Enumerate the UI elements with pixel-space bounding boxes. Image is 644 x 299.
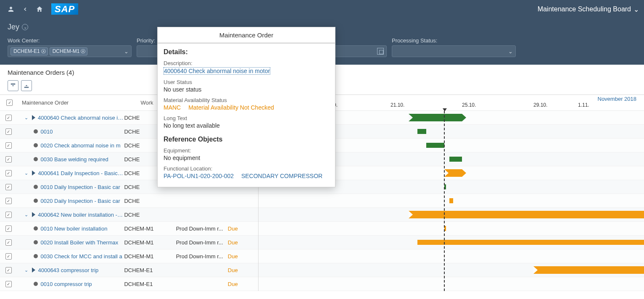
table-row[interactable]: ⌄4000642 New boiler installation - Re DC…	[0, 208, 258, 222]
operation-icon	[34, 185, 38, 189]
maintenance-order-popover: Maintenance Order Details: Description: …	[157, 27, 335, 187]
order-link[interactable]: 0020 Check abnormal noise in m	[40, 142, 120, 149]
close-icon[interactable]: ⓧ	[41, 48, 46, 55]
material-availability-label: Material Availability Status	[164, 97, 329, 103]
gantt-bar[interactable]	[444, 169, 462, 177]
row-checkbox[interactable]	[5, 281, 12, 287]
work-center-cell: DCHE	[124, 212, 176, 218]
gantt-bar[interactable]	[449, 198, 453, 203]
value-help-icon[interactable]	[377, 48, 384, 55]
token[interactable]: DCHEM-E1ⓧ	[11, 47, 48, 55]
expand-icon[interactable]: ⌄	[24, 170, 29, 176]
gantt-bar[interactable]	[449, 157, 462, 162]
order-link[interactable]: 0010	[40, 129, 53, 135]
row-checkbox[interactable]	[5, 129, 12, 135]
operation-icon	[34, 282, 38, 286]
operation-icon	[34, 254, 38, 258]
order-link[interactable]: 4000643 compressor trip	[38, 267, 98, 273]
order-link[interactable]: 4000642 New boiler installation - Re	[38, 212, 124, 218]
table-row[interactable]: ⌄4000643 compressor trip DCHEM-E1 Due	[0, 263, 258, 277]
select-all-checkbox[interactable]	[6, 100, 13, 106]
app-title-text: Maintenance Scheduling Board	[538, 5, 631, 13]
chevron-down-icon: ⌄	[633, 5, 639, 13]
collapse-all-button[interactable]	[21, 80, 32, 91]
row-checkbox[interactable]	[5, 226, 12, 232]
user-status-label: User Status	[164, 79, 329, 85]
order-link[interactable]: 0010 compressor trip	[40, 281, 92, 287]
order-link[interactable]: 0010 New boiler installation	[40, 226, 107, 232]
close-icon[interactable]: ⓧ	[81, 48, 85, 55]
work-center-input[interactable]: DCHEM-E1ⓧ DCHEM-M1ⓧ ⌄	[8, 45, 132, 57]
sap-logo: SAP	[51, 4, 78, 15]
work-center-cell: DCHEM-E1	[124, 267, 176, 273]
table-row[interactable]: 0030 Check for MCC and install a DCHEM-M…	[0, 249, 258, 263]
row-checkbox[interactable]	[5, 267, 12, 273]
material-availability-text: Material Availability Not Checked	[188, 104, 274, 111]
chevron-down-icon: ⌄	[508, 48, 513, 55]
popover-title: Maintenance Order	[158, 27, 335, 43]
token[interactable]: DCHEM-M1ⓧ	[50, 47, 88, 55]
order-link[interactable]: 0010 Daily Inspection - Basic car	[40, 184, 120, 190]
work-center-cell: DCHEM-M1	[124, 253, 176, 260]
row-checkbox[interactable]	[5, 115, 12, 121]
gantt-row	[259, 277, 644, 291]
expand-icon[interactable]: ⌄	[24, 268, 29, 273]
row-checkbox[interactable]	[5, 142, 12, 149]
expand-all-button[interactable]	[8, 80, 18, 91]
row-checkbox[interactable]	[5, 156, 12, 163]
timeline-tick: 21.10.	[391, 102, 404, 108]
work-center-cell: DCHEM-M1	[124, 239, 176, 246]
timeline-tick: 25.10.	[462, 102, 476, 108]
filter-label: Work Center:	[8, 37, 132, 44]
gantt-row	[259, 222, 644, 236]
priority-cell: Prod Down-Imm r...	[176, 239, 228, 246]
due-cell: Due	[228, 239, 258, 246]
processing-status-input[interactable]: ⌄	[392, 45, 516, 57]
order-link[interactable]: 4000641 Daily Inspection - Basic ca	[38, 170, 124, 176]
back-icon[interactable]	[19, 3, 31, 15]
row-checkbox[interactable]	[5, 212, 12, 218]
table-row[interactable]: 0020 Install Boiler with Thermax DCHEM-M…	[0, 236, 258, 249]
home-icon[interactable]	[34, 3, 45, 15]
equipment-value: No equipment	[164, 155, 329, 161]
functional-location-text[interactable]: SECONDARY COMPRESSOR	[241, 173, 322, 179]
row-checkbox[interactable]	[5, 239, 12, 246]
due-cell: Due	[228, 253, 258, 260]
functional-location-code[interactable]: PA-POL-UN1-020-200-002	[164, 173, 234, 179]
order-icon	[32, 212, 35, 217]
table-row[interactable]: 0010 compressor trip DCHEM-E1 Due	[0, 277, 258, 291]
material-availability-code: MANC	[164, 104, 181, 111]
gantt-row	[259, 249, 644, 263]
description-link[interactable]: 4000640 Check abnormal noise in motor	[164, 67, 270, 75]
order-link[interactable]: 4000640 Check abnormal noise in m	[38, 115, 124, 121]
description-label: Description:	[164, 60, 329, 66]
app-title-dropdown[interactable]: Maintenance Scheduling Board ⌄	[538, 5, 639, 13]
order-link[interactable]: 0030 Check for MCC and install a	[40, 253, 122, 260]
row-checkbox[interactable]	[5, 184, 12, 190]
row-checkbox[interactable]	[5, 253, 12, 260]
expand-icon[interactable]: ⌄	[24, 212, 29, 218]
operation-icon	[34, 157, 38, 161]
table-row[interactable]: 0020 Daily Inspection - Basic car DCHE	[0, 194, 258, 208]
table-row[interactable]: 0010 New boiler installation DCHEM-M1 Pr…	[0, 222, 258, 236]
filter-label: Processing Status:	[392, 37, 516, 44]
gantt-bar[interactable]	[417, 240, 644, 245]
gantt-bar[interactable]	[533, 266, 644, 274]
due-cell: Due	[228, 267, 258, 273]
gantt-bar[interactable]	[426, 143, 444, 148]
expand-icon[interactable]: ⌄	[24, 115, 29, 121]
user-icon[interactable]	[5, 3, 17, 15]
operation-icon	[34, 143, 38, 147]
variant-name: Jey	[8, 23, 19, 31]
order-link[interactable]: 0020 Daily Inspection - Basic car	[40, 198, 120, 204]
order-link[interactable]: 0020 Install Boiler with Thermax	[40, 239, 118, 246]
column-header[interactable]: Maintenance Order	[19, 100, 141, 106]
order-link[interactable]: 0030 Base welding required	[40, 156, 108, 163]
gantt-bar[interactable]	[417, 129, 426, 134]
row-checkbox[interactable]	[5, 170, 12, 176]
long-text-label: Long Text	[164, 115, 329, 121]
gantt-bar[interactable]	[409, 114, 462, 121]
row-checkbox[interactable]	[5, 198, 12, 204]
priority-cell: Prod Down-Imm r...	[176, 226, 228, 232]
work-center-cell: DCHEM-M1	[124, 226, 176, 232]
